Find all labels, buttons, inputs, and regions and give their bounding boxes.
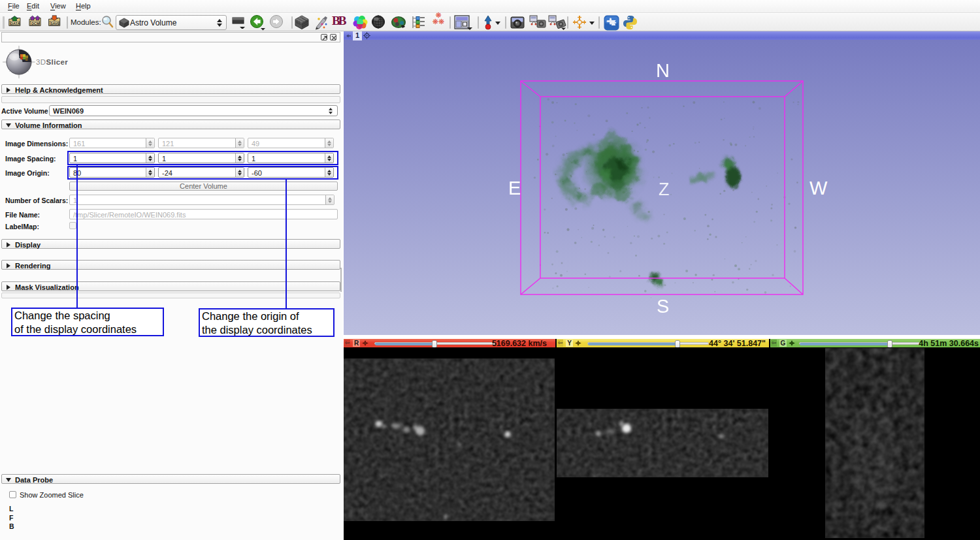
svg-text:DCM: DCM bbox=[31, 22, 40, 25]
svg-text:SAVE: SAVE bbox=[50, 22, 60, 25]
svg-text:3DSlicer: 3DSlicer bbox=[36, 58, 68, 66]
svg-text:DATA: DATA bbox=[10, 22, 20, 25]
